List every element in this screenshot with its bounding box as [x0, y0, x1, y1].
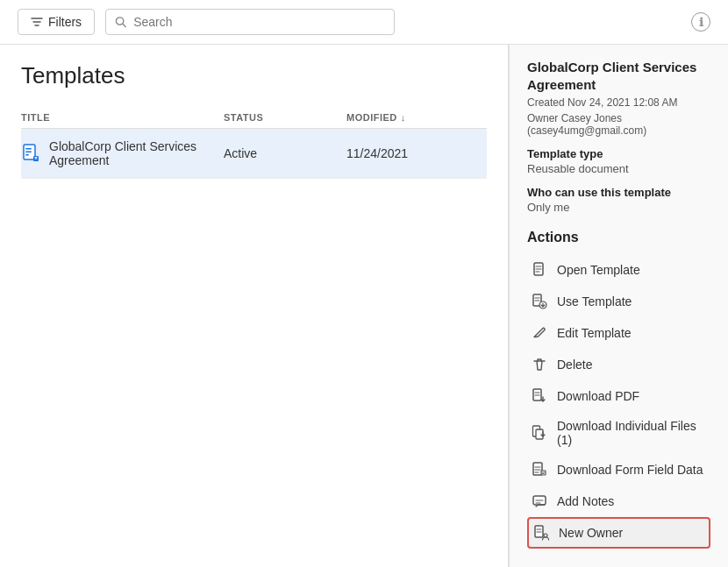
col-modified-header: MODIFIED ↓: [346, 112, 487, 123]
row-title-cell: GlobalCorp Client Services Agreement: [21, 139, 224, 167]
download-form-label: Download Form Field Data: [557, 463, 703, 477]
new-owner-icon: [532, 524, 550, 542]
download-individual-icon: [531, 424, 548, 442]
col-title-header: TITLE: [21, 112, 224, 123]
col-status-header: STATUS: [224, 112, 346, 123]
detail-owner-meta: Owner Casey Jones (casey4umg@gmail.com): [527, 112, 710, 137]
add-notes-label: Add Notes: [557, 494, 614, 508]
actions-title: Actions: [527, 230, 710, 245]
detail-title: GlobalCorp Client Services Agreement: [527, 59, 710, 93]
delete-label: Delete: [557, 358, 592, 372]
detail-created-meta: Created Nov 24, 2021 12:08 AM: [527, 96, 710, 109]
action-item-add-notes[interactable]: Add Notes: [527, 485, 710, 517]
row-title-text: GlobalCorp Client Services Agreement: [49, 139, 224, 167]
info-button[interactable]: ℹ: [691, 12, 710, 32]
actions-list: Open TemplateUse TemplateEdit TemplateDe…: [527, 254, 710, 549]
filter-label: Filters: [48, 15, 82, 29]
use-template-icon: [531, 293, 548, 310]
action-item-download-form[interactable]: Download Form Field Data: [527, 454, 710, 485]
main-layout: Templates TITLE STATUS MODIFIED ↓: [0, 45, 728, 567]
right-panel: GlobalCorp Client Services Agreement Cre…: [509, 45, 728, 567]
filter-button[interactable]: Filters: [18, 9, 95, 35]
search-box: [105, 9, 395, 35]
table-row[interactable]: GlobalCorp Client Services Agreement Act…: [21, 129, 487, 179]
row-status-cell: Active: [224, 146, 346, 160]
download-pdf-label: Download PDF: [557, 389, 639, 403]
delete-icon: [531, 356, 548, 373]
who-can-use-value: Only me: [527, 201, 710, 214]
search-input[interactable]: [133, 15, 385, 29]
svg-rect-13: [541, 471, 546, 475]
new-owner-label: New Owner: [559, 526, 623, 540]
svg-rect-11: [536, 429, 543, 439]
download-form-icon: [531, 461, 548, 478]
info-icon: ℹ: [699, 16, 703, 29]
action-item-new-owner[interactable]: New Owner: [527, 517, 710, 549]
edit-template-icon: [531, 324, 548, 342]
download-pdf-icon: [531, 387, 548, 405]
sort-icon: ↓: [401, 112, 406, 123]
top-bar: Filters ℹ: [0, 0, 728, 45]
template-type-value: Reusable document: [527, 162, 710, 175]
action-item-download-pdf[interactable]: Download PDF: [527, 380, 710, 412]
template-doc-icon: [21, 143, 40, 164]
filter-icon: [31, 16, 43, 28]
page-title: Templates: [21, 62, 487, 89]
open-template-icon: [531, 261, 548, 279]
table-header: TITLE STATUS MODIFIED ↓: [21, 107, 487, 129]
left-panel: Templates TITLE STATUS MODIFIED ↓: [0, 45, 509, 567]
svg-rect-3: [25, 152, 32, 153]
download-individual-label: Download Individual Files (1): [557, 419, 707, 447]
row-modified-cell: 11/24/2021: [346, 146, 487, 160]
action-item-download-individual[interactable]: Download Individual Files (1): [527, 412, 710, 454]
template-type-label: Template type: [527, 147, 710, 160]
svg-rect-2: [25, 148, 32, 150]
open-template-label: Open Template: [557, 263, 640, 277]
who-can-use-label: Who can use this template: [527, 186, 710, 199]
action-item-open-template[interactable]: Open Template: [527, 254, 710, 286]
add-notes-icon: [531, 493, 548, 510]
use-template-label: Use Template: [557, 294, 632, 308]
search-icon: [115, 16, 126, 28]
svg-rect-4: [25, 154, 29, 156]
action-item-edit-template[interactable]: Edit Template: [527, 317, 710, 349]
action-item-delete[interactable]: Delete: [527, 349, 710, 380]
edit-template-label: Edit Template: [557, 326, 632, 340]
action-item-use-template[interactable]: Use Template: [527, 286, 710, 317]
